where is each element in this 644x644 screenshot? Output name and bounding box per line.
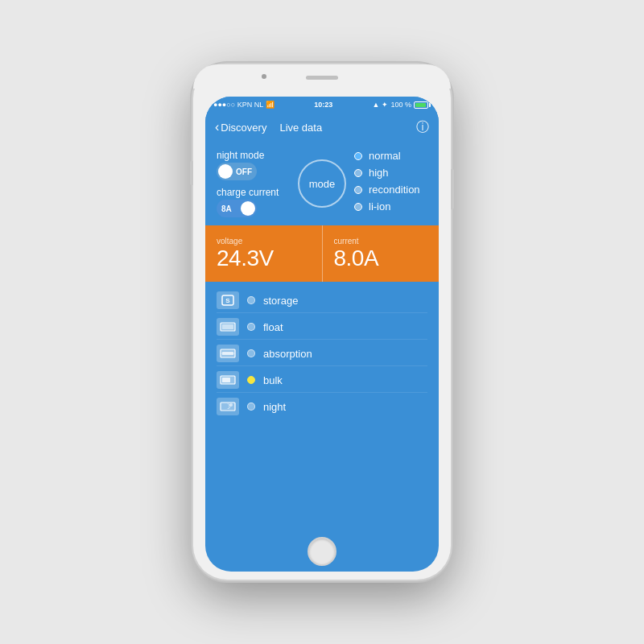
charge-current-label: charge current [217, 187, 290, 198]
night-mode-label: night mode [217, 150, 290, 161]
top-section: night mode OFF charge current 8A [205, 142, 439, 225]
volt-current-section: voltage 24.3V current 8.0A [205, 225, 439, 282]
float-icon [217, 318, 239, 336]
status-item-bulk: bulk [217, 368, 427, 393]
night-label: night [263, 401, 286, 413]
option-liion-label: li-ion [369, 200, 390, 213]
status-item-storage: S storage [217, 288, 427, 313]
front-camera [262, 74, 266, 79]
radio-high [354, 169, 362, 177]
carrier-text: ●●●○○ KPN NL [213, 101, 263, 109]
night-mode-control: night mode OFF [217, 150, 290, 180]
wifi-icon: 📶 [266, 101, 275, 109]
option-normal-label: normal [369, 150, 401, 162]
phone-frame: ●●●○○ KPN NL 📶 10:23 ▲ ✦ 100 % ‹ Disc [193, 64, 451, 580]
option-recondition-label: recondition [369, 184, 420, 196]
battery-icon [414, 101, 431, 109]
live-data-label: Live data [279, 122, 322, 134]
status-item-absorption: absorption [217, 341, 427, 366]
phone-screen: ●●●○○ KPN NL 📶 10:23 ▲ ✦ 100 % ‹ Disc [205, 97, 439, 572]
absorption-icon [217, 345, 239, 362]
svg-point-11 [229, 403, 233, 407]
toggle-knob [218, 164, 233, 179]
nav-bar: ‹ Discovery Live data ⓘ [205, 113, 439, 142]
float-indicator [247, 323, 255, 331]
svg-rect-3 [222, 324, 233, 329]
current-box: current 8.0A [323, 225, 440, 282]
status-item-night: ☽ night [217, 394, 427, 419]
toggle-knob-2 [241, 201, 255, 216]
status-section: S storage float [205, 282, 439, 531]
float-label: float [263, 321, 283, 333]
voltage-label: voltage [217, 237, 311, 246]
left-controls: night mode OFF charge current 8A [217, 150, 290, 217]
home-button-area [205, 531, 439, 572]
night-icon: ☽ [217, 398, 239, 415]
back-chevron-icon: ‹ [215, 121, 219, 134]
status-right: ▲ ✦ 100 % [373, 101, 431, 109]
night-indicator [247, 402, 255, 411]
storage-icon: S [217, 291, 239, 309]
phone-top-bar [193, 64, 451, 89]
info-button[interactable]: ⓘ [416, 119, 429, 136]
current-value: 8.0A [334, 246, 428, 271]
night-mode-state: OFF [236, 167, 252, 176]
bluetooth-icon: ✦ [382, 101, 388, 109]
home-button[interactable] [308, 537, 336, 566]
voltage-value: 24.3V [217, 246, 311, 271]
charge-current-state: 8A [221, 204, 232, 213]
mode-circle[interactable]: mode [298, 159, 346, 208]
option-high-label: high [369, 167, 389, 179]
back-label: Discovery [221, 122, 266, 134]
bulk-indicator [247, 376, 255, 384]
option-normal[interactable]: normal [354, 150, 427, 162]
battery-pct: 100 % [390, 101, 411, 109]
back-button[interactable]: ‹ Discovery [215, 121, 266, 134]
charge-current-toggle[interactable]: 8A [217, 200, 257, 217]
status-left: ●●●○○ KPN NL 📶 [213, 101, 275, 109]
status-bar: ●●●○○ KPN NL 📶 10:23 ▲ ✦ 100 % [205, 97, 439, 113]
svg-text:S: S [225, 297, 230, 304]
main-content: night mode OFF charge current 8A [205, 142, 439, 531]
option-liion[interactable]: li-ion [354, 200, 427, 213]
current-label: current [334, 237, 428, 246]
location-icon: ▲ [373, 101, 380, 109]
voltage-box: voltage 24.3V [205, 225, 323, 282]
absorption-indicator [247, 349, 255, 357]
speaker [306, 76, 338, 80]
radio-normal [354, 152, 362, 160]
charge-current-control: charge current 8A [217, 187, 290, 217]
mode-label: mode [309, 178, 336, 190]
radio-liion [354, 203, 362, 211]
storage-label: storage [263, 295, 298, 307]
right-options: normal high recondition li-ion [354, 150, 427, 213]
svg-rect-8 [222, 378, 230, 382]
info-icon: ⓘ [416, 120, 429, 134]
storage-indicator [247, 296, 255, 304]
status-time: 10:23 [314, 101, 332, 109]
night-mode-toggle[interactable]: OFF [217, 163, 257, 180]
option-recondition[interactable]: recondition [354, 184, 427, 196]
bulk-label: bulk [263, 374, 283, 386]
bulk-icon [217, 371, 239, 389]
absorption-label: absorption [263, 348, 312, 360]
status-item-float: float [217, 315, 427, 340]
option-high[interactable]: high [354, 167, 427, 179]
radio-recondition [354, 186, 362, 194]
